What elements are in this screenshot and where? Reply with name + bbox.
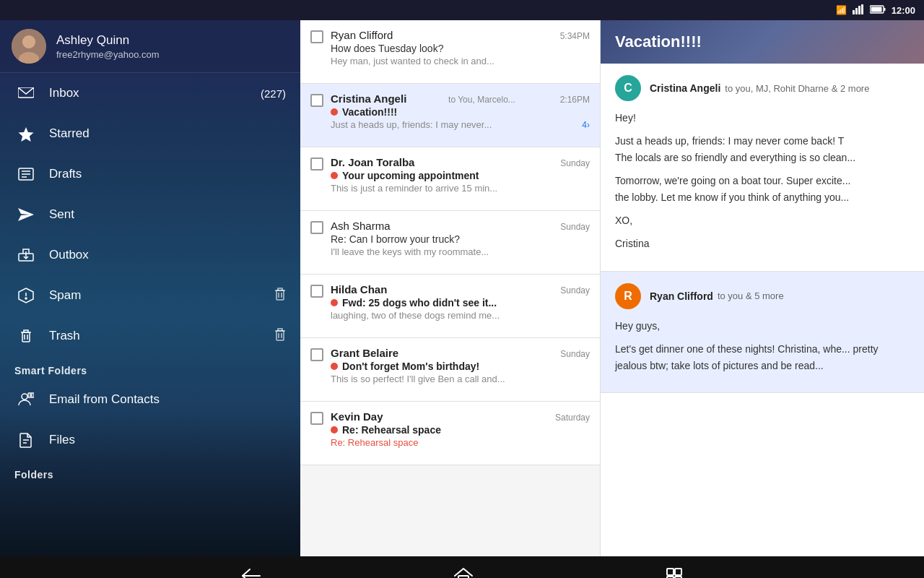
- svg-rect-29: [276, 331, 284, 340]
- email-sender-5: Hilda Chan: [331, 283, 387, 296]
- sidebar-badge-inbox: (227): [261, 87, 286, 100]
- dot-7: [331, 426, 338, 434]
- checkbox-1[interactable]: [310, 30, 323, 43]
- spam-delete-icon[interactable]: [274, 288, 286, 304]
- sidebar-item-trash[interactable]: Trash: [0, 316, 300, 356]
- svg-rect-40: [667, 569, 674, 575]
- email-contacts-icon: [14, 392, 38, 407]
- recents-button[interactable]: [651, 561, 697, 578]
- email-item-6[interactable]: Grant Belaire Sunday Don't forget Mom's …: [300, 338, 600, 402]
- email-time-4: Sunday: [560, 222, 590, 232]
- email-body-5: Hilda Chan Sunday Fwd: 25 dogs who didn'…: [331, 283, 590, 321]
- sidebar-label-drafts: Drafts: [49, 167, 286, 181]
- checkbox-area-6[interactable]: [310, 347, 323, 361]
- sidebar-item-outbox[interactable]: Outbox: [0, 235, 300, 275]
- status-time: 12:00: [892, 5, 915, 16]
- email-body-4: Ash Sharma Sunday Re: Can I borrow your …: [331, 220, 590, 257]
- sidebar-label-inbox: Inbox: [49, 86, 261, 100]
- email-body-6: Grant Belaire Sunday Don't forget Mom's …: [331, 347, 590, 384]
- email-sender-1: Ryan Clifford: [331, 29, 393, 41]
- sidebar-item-starred[interactable]: Starred: [0, 113, 300, 154]
- sidebar-label-sent: Sent: [49, 207, 286, 222]
- checkbox-6[interactable]: [310, 348, 323, 361]
- thread-count-2: 4: [582, 120, 587, 130]
- email-subject-7: Re: Rehearsal space: [342, 424, 441, 436]
- checkbox-area-4[interactable]: [310, 220, 323, 234]
- sidebar-label-outbox: Outbox: [49, 248, 286, 262]
- svg-point-22: [25, 298, 27, 299]
- bottom-nav: [0, 556, 924, 578]
- email-subject-1: How does Tuesday look?: [331, 43, 443, 54]
- msg1-line3: Tomorrow, we're going on a boat tour. Su…: [615, 173, 910, 205]
- sidebar-item-email-from-contacts[interactable]: Email from Contacts: [0, 379, 300, 420]
- email-time-2: 2:16PM: [560, 95, 590, 105]
- email-item-5[interactable]: Hilda Chan Sunday Fwd: 25 dogs who didn'…: [300, 275, 600, 338]
- message-item-1: C Cristina Angeli to you, MJ, Rohit Dhar…: [601, 64, 924, 272]
- email-sender-6: Grant Belaire: [331, 347, 398, 359]
- smart-folders-title: Smart Folders: [0, 356, 300, 379]
- checkbox-3[interactable]: [310, 158, 323, 171]
- checkbox-area-1[interactable]: [310, 29, 323, 43]
- dot-6: [331, 363, 338, 370]
- drafts-icon: [14, 168, 38, 181]
- email-time-5: Sunday: [560, 285, 590, 296]
- checkbox-5[interactable]: [310, 285, 323, 298]
- email-body-2: Cristina Angeli to You, Marcelo... 2:16P…: [331, 92, 590, 130]
- email-item-2[interactable]: Cristina Angeli to You, Marcelo... 2:16P…: [300, 84, 600, 147]
- sidebar-item-inbox[interactable]: Inbox (227): [0, 73, 300, 113]
- message-avatar-2: R: [615, 283, 641, 309]
- svg-rect-23: [276, 290, 284, 300]
- checkbox-area-2[interactable]: [310, 92, 323, 107]
- reading-pane: Vacation!!!! C Cristina Angeli to you, M…: [601, 20, 924, 556]
- sidebar: Ashley Quinn free2rhyme@yahoo.com Inbox …: [0, 20, 300, 556]
- user-email: free2rhyme@yahoo.com: [56, 49, 160, 60]
- email-preview-3: This is just a reminder to arrive 15 min…: [331, 183, 590, 194]
- dot-3: [331, 172, 338, 179]
- email-body-1: Ryan Clifford 5:34PM How does Tuesday lo…: [331, 29, 590, 66]
- sidebar-item-files[interactable]: Files: [0, 420, 300, 460]
- user-header[interactable]: Ashley Quinn free2rhyme@yahoo.com: [0, 20, 300, 73]
- sidebar-item-spam[interactable]: Spam: [0, 275, 300, 316]
- email-item-4[interactable]: Ash Sharma Sunday Re: Can I borrow your …: [300, 211, 600, 275]
- checkbox-area-5[interactable]: [310, 283, 323, 298]
- email-item-7[interactable]: Kevin Day Saturday Re: Rehearsal space R…: [300, 402, 600, 465]
- svg-rect-1: [855, 8, 858, 14]
- sidebar-item-drafts[interactable]: Drafts: [0, 154, 300, 194]
- checkbox-4[interactable]: [310, 221, 323, 234]
- spam-icon: [14, 288, 38, 303]
- message-from-2: Ryan Clifford: [650, 290, 713, 302]
- inbox-icon: [14, 87, 38, 99]
- sidebar-label-email-from-contacts: Email from Contacts: [49, 392, 286, 407]
- checkbox-7[interactable]: [310, 412, 323, 425]
- svg-marker-12: [19, 127, 34, 142]
- email-sender-3: Dr. Joan Toralba: [331, 156, 414, 168]
- email-subject-2: Vacation!!!!: [342, 106, 397, 118]
- message-meta-2: R Ryan Clifford to you & 5 more: [615, 283, 910, 309]
- message-avatar-1: C: [615, 75, 641, 101]
- svg-rect-26: [22, 332, 30, 342]
- outbox-icon: [14, 249, 38, 262]
- email-subject-6: Don't forget Mom's birthday!: [342, 361, 479, 372]
- email-subject-5: Fwd: 25 dogs who didn't see it...: [342, 297, 497, 309]
- trash-delete-icon[interactable]: [274, 328, 286, 345]
- thread-arrow-2: ›: [587, 120, 590, 130]
- msg1-line2: Just a heads up, friends: I may never co…: [615, 133, 910, 165]
- email-item-3[interactable]: Dr. Joan Toralba Sunday Your upcoming ap…: [300, 147, 600, 211]
- email-sender-4: Ash Sharma: [331, 220, 391, 232]
- svg-marker-17: [18, 208, 34, 221]
- signal-icon: [853, 4, 864, 17]
- email-time-6: Sunday: [560, 349, 590, 359]
- files-icon: [14, 432, 38, 448]
- back-button[interactable]: [227, 562, 276, 578]
- message-thread: C Cristina Angeli to you, MJ, Rohit Dhar…: [601, 64, 924, 556]
- checkbox-area-7[interactable]: [310, 410, 323, 425]
- checkbox-area-3[interactable]: [310, 156, 323, 171]
- checkbox-2[interactable]: [310, 94, 323, 107]
- status-bar: 📶 12:00: [0, 0, 924, 20]
- home-button[interactable]: [440, 561, 487, 578]
- sidebar-label-starred: Starred: [49, 126, 286, 141]
- email-item-1[interactable]: Ryan Clifford 5:34PM How does Tuesday lo…: [300, 20, 600, 84]
- email-time-1: 5:34PM: [560, 31, 590, 41]
- sidebar-item-sent[interactable]: Sent: [0, 194, 300, 235]
- msg1-line4: XO,: [615, 212, 910, 228]
